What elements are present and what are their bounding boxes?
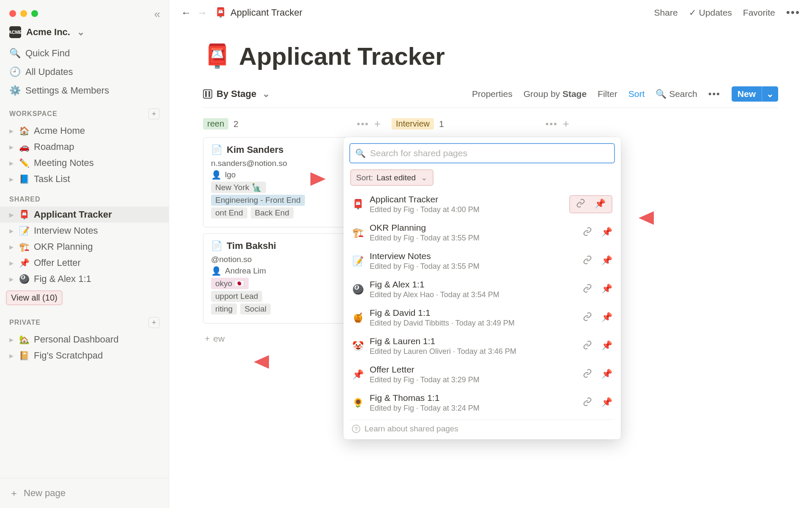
- collapse-sidebar-icon[interactable]: «: [154, 8, 160, 21]
- workspace-switcher[interactable]: ACME Acme Inc. ⌄: [0, 20, 169, 44]
- copy-link-icon[interactable]: [583, 284, 592, 295]
- column-add[interactable]: +: [563, 117, 569, 130]
- sidebar-page[interactable]: ▶ 🎱 Fig & Alex 1:1: [0, 271, 169, 287]
- add-private-page[interactable]: +: [148, 317, 159, 328]
- search-button[interactable]: 🔍 Search: [656, 89, 697, 99]
- sidebar-page[interactable]: ▶ 📮 Applicant Tracker: [0, 207, 169, 223]
- page-emoji-icon: 📘: [19, 174, 30, 184]
- page-emoji-icon[interactable]: 📮: [203, 43, 231, 69]
- breadcrumb[interactable]: 📮 Applicant Tracker: [215, 7, 302, 18]
- sidebar-page[interactable]: ▶ 📔 Fig's Scratchpad: [0, 348, 169, 364]
- disclosure-icon[interactable]: ▶: [9, 128, 14, 134]
- copy-link-icon[interactable]: [583, 369, 592, 380]
- maximize-window[interactable]: [31, 10, 38, 17]
- pin-icon[interactable]: 📌: [601, 284, 612, 295]
- search-shared-input-wrap[interactable]: 🔍: [349, 143, 615, 163]
- sort-dropdown[interactable]: Sort: Last edited ⌄: [350, 169, 433, 186]
- shared-page-title: Applicant Tracker: [370, 194, 563, 204]
- view-all-shared[interactable]: View all (10): [6, 290, 63, 305]
- disclosure-icon[interactable]: ▶: [9, 212, 14, 218]
- favorite-button[interactable]: Favorite: [743, 8, 775, 18]
- copy-link-icon[interactable]: [583, 340, 592, 352]
- copy-link-icon[interactable]: [583, 312, 592, 323]
- quick-find[interactable]: 🔍 Quick Find: [0, 44, 169, 63]
- shared-page-row[interactable]: 🏗️ OKR Planning Edited by Fig · Today at…: [349, 218, 615, 247]
- disclosure-icon[interactable]: ▶: [9, 260, 14, 266]
- page-emoji-icon: 📌: [19, 258, 30, 268]
- pin-icon[interactable]: 📌: [595, 199, 606, 210]
- page-emoji-icon: 🍯: [352, 312, 364, 323]
- nav-back[interactable]: ←: [181, 7, 191, 19]
- disclosure-icon[interactable]: ▶: [9, 244, 14, 250]
- shared-page-row[interactable]: 🎱 Fig & Alex 1:1 Edited by Alex Hao · To…: [349, 275, 615, 304]
- copy-link-icon[interactable]: [583, 227, 592, 238]
- column-add[interactable]: +: [374, 117, 381, 130]
- column-tag[interactable]: Interview: [392, 118, 434, 130]
- column-tag[interactable]: reen: [203, 118, 228, 130]
- page-label: Acme Home: [34, 125, 85, 136]
- sidebar-page[interactable]: ▶ 📌 Offer Letter: [0, 255, 169, 271]
- all-updates[interactable]: 🕘 All Updates: [0, 63, 169, 81]
- sidebar-page[interactable]: ▶ 🏗️ OKR Planning: [0, 239, 169, 255]
- learn-link[interactable]: ? Learn about shared pages: [349, 420, 615, 435]
- group-by-button[interactable]: Group by Stage: [524, 89, 587, 99]
- pin-icon[interactable]: 📌: [601, 397, 612, 409]
- search-shared-input[interactable]: [370, 148, 609, 158]
- column-menu[interactable]: •••: [357, 119, 369, 130]
- close-window[interactable]: [9, 10, 16, 17]
- disclosure-icon[interactable]: ▶: [9, 276, 14, 282]
- page-emoji-icon: 🤡: [352, 341, 364, 352]
- add-workspace-page[interactable]: +: [148, 108, 159, 119]
- disclosure-icon[interactable]: ▶: [9, 353, 14, 359]
- share-button[interactable]: Share: [654, 8, 678, 18]
- updates-button[interactable]: ✓Updates: [689, 8, 732, 18]
- pin-icon[interactable]: 📌: [601, 340, 612, 352]
- disclosure-icon[interactable]: ▶: [9, 228, 14, 234]
- view-picker[interactable]: By Stage ⌄: [203, 88, 270, 99]
- sidebar-page[interactable]: ▶ 🏠 Acme Home: [0, 123, 169, 139]
- shared-page-row[interactable]: 📝 Interview Notes Edited by Fig · Today …: [349, 247, 615, 275]
- dept-chip: upport Lead: [211, 291, 262, 302]
- minimize-window[interactable]: [20, 10, 27, 17]
- filter-button[interactable]: Filter: [598, 89, 617, 99]
- pin-icon[interactable]: 📌: [601, 312, 612, 323]
- shared-page-row[interactable]: 📌 Offer Letter Edited by Fig · Today at …: [349, 360, 615, 389]
- copy-link-icon[interactable]: [583, 397, 592, 409]
- more-menu[interactable]: •••: [786, 6, 800, 19]
- shared-page-sub: Edited by Alex Hao · Today at 3:54 PM: [370, 290, 577, 299]
- properties-button[interactable]: Properties: [472, 89, 513, 99]
- sidebar-page[interactable]: ▶ ✏️ Meeting Notes: [0, 155, 169, 171]
- disclosure-icon[interactable]: ▶: [9, 337, 14, 343]
- copy-link-icon[interactable]: [576, 199, 585, 210]
- copy-link-icon[interactable]: [583, 255, 592, 267]
- new-record-button[interactable]: New ⌄: [732, 86, 778, 102]
- chevron-down-icon[interactable]: ⌄: [762, 86, 778, 102]
- sidebar-page[interactable]: ▶ 🚗 Roadmap: [0, 139, 169, 155]
- page-title: 📮 Applicant Tracker: [203, 42, 778, 70]
- pin-icon[interactable]: 📌: [601, 227, 612, 238]
- sidebar-page[interactable]: ▶ 📘 Task List: [0, 171, 169, 187]
- board-icon: [203, 89, 212, 99]
- pin-icon[interactable]: 📌: [601, 369, 612, 380]
- sidebar-page[interactable]: ▶ 🏡 Personal Dashboard: [0, 331, 169, 348]
- shared-page-row[interactable]: 🍯 Fig & David 1:1 Edited by David Tibbit…: [349, 304, 615, 332]
- sidebar-page[interactable]: ▶ 📝 Interview Notes: [0, 223, 169, 239]
- search-icon: 🔍: [355, 148, 366, 158]
- page-emoji-icon: 🏠: [19, 126, 30, 136]
- page-title-text[interactable]: Applicant Tracker: [239, 42, 445, 70]
- sort-button[interactable]: Sort: [628, 89, 645, 99]
- nav-forward[interactable]: →: [197, 7, 207, 19]
- disclosure-icon[interactable]: ▶: [9, 144, 14, 150]
- workspace-name: Acme Inc.: [26, 27, 70, 38]
- new-page-button[interactable]: ＋ New page: [0, 478, 169, 508]
- page-label: Personal Dashboard: [34, 334, 119, 345]
- pin-icon[interactable]: 📌: [601, 255, 612, 267]
- column-menu[interactable]: •••: [546, 119, 558, 130]
- view-more-menu[interactable]: •••: [708, 88, 721, 99]
- settings-members[interactable]: ⚙️ Settings & Members: [0, 81, 169, 100]
- shared-page-row[interactable]: 🤡 Fig & Lauren 1:1 Edited by Lauren Oliv…: [349, 332, 615, 360]
- shared-page-row[interactable]: 📮 Applicant Tracker Edited by Fig · Toda…: [349, 190, 615, 218]
- disclosure-icon[interactable]: ▶: [9, 176, 14, 182]
- disclosure-icon[interactable]: ▶: [9, 160, 14, 166]
- shared-page-row[interactable]: 🌻 Fig & Thomas 1:1 Edited by Fig · Today…: [349, 389, 615, 417]
